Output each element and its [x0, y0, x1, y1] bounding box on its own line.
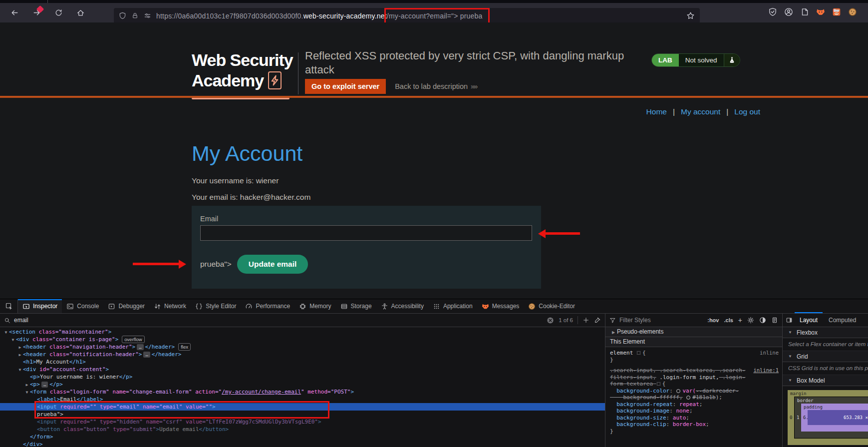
markup-row[interactable]: <label>Email</label> — [0, 396, 605, 403]
css-rule-line[interactable]: background-clip: border-box; — [610, 421, 782, 428]
extension-icon[interactable] — [800, 7, 809, 16]
css-rule-line[interactable]: form textarea { — [610, 381, 782, 388]
burp-icon[interactable]: Bur — [832, 7, 841, 16]
devtools-tab-debugger[interactable]: Debugger — [103, 299, 149, 313]
twisty-icon[interactable]: ▶ — [17, 344, 23, 351]
markup-row[interactable]: ▼<section class="maincontainer"> — [0, 328, 605, 336]
flex-badge[interactable]: flex — [178, 343, 191, 351]
sidebar-tab-layout[interactable]: Layout — [795, 315, 823, 326]
markup-row[interactable]: ▶<header class="notification-header">…</… — [0, 351, 605, 358]
twisty-icon[interactable]: ▼ — [24, 389, 30, 396]
devtools-tab-network[interactable]: Network — [149, 299, 191, 313]
markup-row-selected[interactable]: <input required="" type="email" name="em… — [0, 403, 605, 411]
css-rule-line[interactable]: background-repeat: repeat; — [610, 401, 782, 408]
twisty-icon[interactable]: ▶ — [17, 351, 23, 359]
eyedropper-icon[interactable] — [594, 317, 601, 324]
layout-section-box-model[interactable]: ▼Box Model — [783, 375, 868, 386]
markup-row[interactable]: ▶<header class="navigation-header">…</he… — [0, 343, 605, 351]
markup-row[interactable]: </div> — [0, 441, 605, 447]
css-rule-line[interactable]: background-image: none; — [610, 408, 782, 415]
academy-logo[interactable]: Web Security Academy — [192, 50, 293, 91]
markup-row[interactable]: ▶<p>…</p> — [0, 381, 605, 388]
reload-button[interactable] — [51, 5, 66, 19]
markup-row[interactable]: </form> — [0, 433, 605, 441]
back-button[interactable] — [7, 5, 22, 19]
devtools-tab-console[interactable]: Console — [62, 299, 103, 313]
url-bar[interactable]: https://0a6a00d103c1e7f9807d036d003d00f0… — [114, 8, 700, 23]
box-model-diagram[interactable]: margin 0 border 1 padding 6.4 653.283 × … — [788, 390, 868, 445]
css-rule-line[interactable]: background-color: var(--darkreader- — [610, 388, 782, 395]
css-rule-line[interactable]: background-size: auto; — [610, 415, 782, 422]
rule-source-link[interactable]: inline:1 — [753, 367, 779, 374]
forward-button[interactable] — [29, 5, 44, 19]
devtools-tab-cookie-editor[interactable]: Cookie-Editor — [524, 299, 579, 313]
sidebar-toggle-icon[interactable] — [786, 317, 793, 324]
twisty-down-icon: ▼ — [787, 330, 793, 335]
print-media-sim-icon[interactable] — [771, 317, 778, 324]
lock-icon[interactable] — [131, 12, 139, 19]
twisty-icon[interactable]: ▶ — [24, 381, 30, 389]
overflow-badge[interactable]: overflow — [122, 336, 144, 343]
shield-icon[interactable] — [119, 12, 126, 19]
markup-row[interactable]: <p>Your username is: wiener</p> — [0, 373, 605, 381]
foxyproxy-icon[interactable] — [816, 7, 825, 16]
home-button[interactable] — [73, 5, 88, 19]
go-to-exploit-server-button[interactable]: Go to exploit server — [305, 79, 386, 94]
twisty-icon[interactable]: ▼ — [3, 329, 9, 336]
bookmark-star-icon[interactable] — [686, 11, 695, 20]
class-toggle[interactable]: .cls — [724, 317, 733, 323]
layout-section-grid[interactable]: ▼Grid — [783, 351, 868, 362]
devtools-tab-style-editor[interactable]: Style Editor — [191, 299, 241, 313]
nav-link-my-account[interactable]: My account — [681, 107, 720, 116]
sidebar-tab-computed[interactable]: Computed — [824, 315, 861, 326]
element-picker-button[interactable] — [0, 299, 18, 313]
devtools-tab-inspector[interactable]: Inspector — [18, 299, 62, 313]
css-rule-line[interactable]: .search-input, .search-textarea, .search… — [610, 367, 782, 374]
css-rule-line[interactable]: } — [610, 428, 782, 435]
layout-section-flexbox[interactable]: ▼Flexbox — [783, 327, 868, 338]
markup-search-bar[interactable]: email 1 of 6 — [0, 314, 605, 327]
email-input[interactable] — [200, 225, 532, 241]
pseudo-elements-header[interactable]: ▶Pseudo-elements — [605, 327, 782, 337]
markup-row[interactable]: <h1>My Account</h1> — [0, 358, 605, 366]
filter-styles-bar[interactable]: Filter Styles :hov .cls + — [605, 314, 782, 327]
devtools-tab-accessibility[interactable]: Accessibility — [376, 299, 428, 313]
markup-row[interactable]: ▼<form class="login-form" name="change-e… — [0, 388, 605, 396]
twisty-icon[interactable]: ▼ — [17, 366, 23, 374]
account-icon[interactable] — [784, 7, 793, 16]
add-node-icon[interactable] — [582, 317, 589, 324]
css-rule-line[interactable]: filters-input, .login-form input, .login… — [610, 374, 782, 381]
twisty-icon[interactable]: ▼ — [10, 336, 16, 344]
pseudo-class-toggle[interactable]: :hov — [707, 317, 719, 323]
dark-mode-sim-icon[interactable] — [759, 317, 766, 324]
markup-row[interactable]: ▼<div id="account-content"> — [0, 366, 605, 373]
devtools-tab-memory[interactable]: Memory — [294, 299, 335, 313]
nav-link-home[interactable]: Home — [646, 107, 667, 116]
permissions-icon[interactable] — [144, 12, 151, 19]
update-email-button[interactable]: Update email — [237, 255, 308, 274]
code-token: --darkreader- — [696, 388, 739, 394]
markup-row[interactable]: ▼<div class="container is-page">overflow — [0, 336, 605, 343]
devtools-tab-messages[interactable]: Messages — [477, 299, 524, 313]
url-text[interactable]: https://0a6a00d103c1e7f9807d036d003d00f0… — [156, 12, 483, 20]
cookie-icon[interactable] — [848, 7, 857, 16]
markup-row[interactable]: <input required="" type="hidden" name="c… — [0, 418, 605, 426]
devtools-tab-application[interactable]: Application — [428, 299, 477, 313]
devtools-tab-storage[interactable]: Storage — [336, 299, 376, 313]
code-token: background-clip — [610, 421, 666, 428]
markup-row[interactable]: prueba"> — [0, 411, 605, 418]
search-input-value[interactable]: email — [14, 317, 28, 324]
devtools-tab-performance[interactable]: Performance — [241, 299, 294, 313]
css-rule-line[interactable]: } — [610, 357, 782, 364]
shield-check-icon[interactable] — [768, 7, 777, 16]
css-rule-line[interactable]: background-ffffff, #181a1b); — [610, 394, 782, 401]
back-to-lab-description-link[interactable]: Back to lab description»» — [395, 82, 477, 90]
add-rule-button[interactable]: + — [738, 316, 742, 324]
css-rule-line[interactable]: element {inline — [610, 350, 782, 357]
filter-styles-placeholder[interactable]: Filter Styles — [619, 317, 651, 324]
markup-row[interactable]: <button class="button" type="submit">Upd… — [0, 426, 605, 433]
light-mode-sim-icon[interactable] — [747, 317, 754, 324]
nav-link-log-out[interactable]: Log out — [734, 107, 760, 116]
clear-search-icon[interactable] — [547, 317, 554, 324]
code-token: ="button" — [80, 426, 110, 433]
